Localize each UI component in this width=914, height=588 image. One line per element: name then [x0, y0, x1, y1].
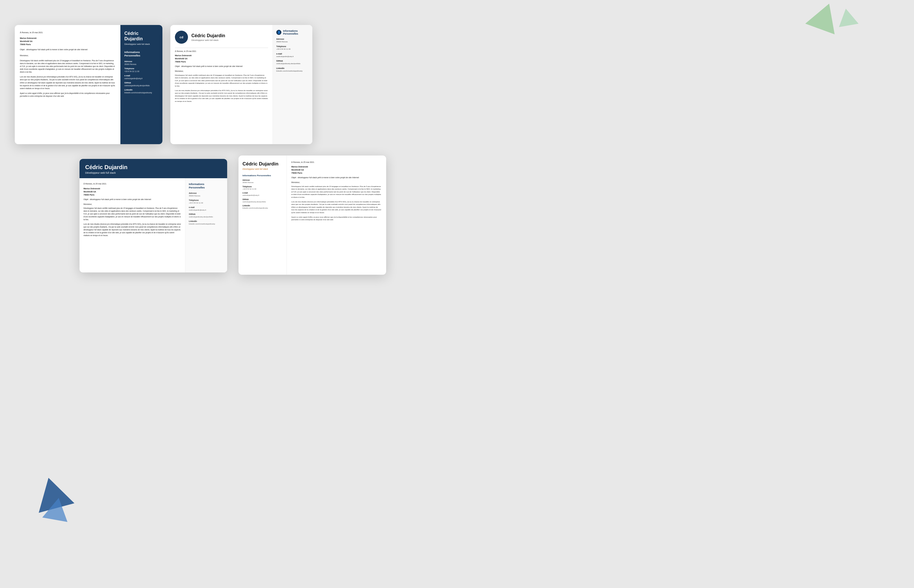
- address-label-3: Adresse: [189, 192, 224, 194]
- letter-recipient-4: Marius Dobranski WorkfloW SA 75000 Paris: [291, 165, 382, 175]
- letter-recipient-3: Marius Dobranski WorkfloW SA 75000 Paris: [84, 187, 181, 197]
- cv-name-4: Cédric Dujardin: [243, 161, 283, 167]
- email-label-2: e-mail: [276, 53, 309, 55]
- sidebar-telephone-label-1: Téléphone: [125, 68, 159, 69]
- email-value-4: cedricdujardin@zety.fr: [243, 194, 283, 196]
- right-col-3: InformationsPersonnelles Adresse 35000 R…: [185, 178, 227, 273]
- letter-para3-4: Ayant vu votre appel d'offre, je peux vo…: [291, 216, 382, 221]
- sidebar-linkedin-value-1: linkedin.com/in/cedricdujardinzety: [125, 91, 159, 94]
- letter-recipient-2: Marius Dobranski WorkfloW SA 75000 Paris: [175, 54, 268, 63]
- linkedin-value-4: linkedin.com/in/cedricdujardinzety: [243, 207, 283, 209]
- letter-salutation-4: Monsieur,: [291, 181, 382, 183]
- sidebar-linkedin-label-1: LinkedIn: [125, 89, 159, 91]
- telephone-value-3: +33 6 54 32 11 00: [189, 202, 224, 204]
- github-value-2: cedricdujardinzety.dev/portfolio: [276, 63, 309, 65]
- github-value-4: cedricdujardinzety.dev/portfolio: [243, 200, 283, 203]
- dark-header-3: Cédric Dujardin Développeur web full sta…: [79, 159, 227, 178]
- info-icon-2: 👤: [276, 30, 281, 35]
- cv-header-2: cd Cédric Dujardin Développeur web full …: [175, 31, 268, 44]
- email-label-3: e-mail: [189, 206, 224, 208]
- letter-para3-1: Ayant vu votre appel d'offre, je peux vo…: [20, 92, 115, 98]
- cv-title-2: Développeur web full stack: [191, 39, 225, 42]
- letter-subject-4: Objet : développeur full stack prêt à me…: [291, 176, 382, 179]
- letter-para2-3: Lors de mes études (licence pro informat…: [84, 223, 181, 237]
- cv-name-block-2: Cédric Dujardin Développeur web full sta…: [191, 33, 225, 42]
- cv-card-3: Cédric Dujardin Développeur web full sta…: [79, 159, 227, 273]
- email-value-2: cedricdujardin@zety.fr: [276, 55, 309, 58]
- linkedin-value-2: linkedin.com/in/cedricdujardinzety: [276, 70, 309, 73]
- linkedin-value-3: linkedin.com/in/cedricdujardinzety: [189, 223, 224, 225]
- sidebar-telephone-value-1: +33 6 54 32 11 00: [125, 70, 159, 73]
- cv-sidebar-1: Cédric Dujardin Développeur web full sta…: [120, 25, 162, 144]
- letter-para1-2: Développeur full stack certifié maîtrisa…: [175, 74, 268, 87]
- letter-subject-3: Objet : développeur full stack prêt à me…: [84, 199, 181, 200]
- sidebar-address-value-1: 35000 Rennes: [125, 63, 159, 66]
- sidebar-github-label-1: GitHub: [125, 82, 159, 84]
- address-value-3: 35000 Rennes: [189, 195, 224, 197]
- letter-salutation-2: Monsieur,: [175, 70, 268, 72]
- section-header-2: 👤 InformationsPersonnelles: [276, 29, 309, 35]
- letter-para1-4: Développeur full stack certifié maîtrisa…: [291, 185, 382, 199]
- cv-card-4: Cédric Dujardin Développeur web full sta…: [238, 155, 386, 275]
- letter-subject-1: Objet : développeur full stack prêt à me…: [20, 48, 115, 52]
- cv-title-3: Développeur web full stack: [85, 171, 222, 174]
- right-panel-4: À Rennes, le 25 mai 2021 Marius Dobransk…: [287, 155, 386, 275]
- sidebar-address-label-1: Adresse: [125, 60, 159, 63]
- letter-para1-3: Développeur full stack certifié maîtrisa…: [84, 207, 181, 221]
- github-label-2: GitHub: [276, 60, 309, 62]
- sidebar-section-title-1: InformationsPersonnelles: [125, 51, 159, 57]
- divider-2: [175, 48, 268, 48]
- letter-para2-4: Lors de mes études (licence pro informat…: [291, 200, 382, 214]
- linkedin-label-3: LinkedIn: [189, 220, 224, 222]
- letter-date-1: À Rennes, le 25 mai 2021: [20, 31, 115, 34]
- github-label-4: GitHub: [243, 199, 283, 200]
- avatar-2: cd: [175, 31, 188, 44]
- telephone-label-3: Téléphone: [189, 199, 224, 201]
- telephone-value-4: +33 6 54 32 11 00: [243, 188, 283, 190]
- sidebar-email-label-1: e-mail: [125, 74, 159, 77]
- left-col-3: À Rennes, le 25 mai 2021 Marius Dobransk…: [79, 178, 185, 273]
- letter-para2-1: Lors de mes études (licence pro informat…: [20, 76, 115, 90]
- cover-letter-card-1: À Rennes, le 25 mai 2021 Marius Dobransk…: [15, 25, 162, 144]
- telephone-value-2: +33 6 54 32 11 00: [276, 48, 309, 50]
- address-label-4: Adresse: [243, 179, 283, 181]
- section-title-2: InformationsPersonnelles: [283, 29, 298, 35]
- letter-salutation-3: Monsieur,: [84, 203, 181, 205]
- address-label-2: Adresse: [276, 38, 309, 40]
- section-title-3: InformationsPersonnelles: [189, 183, 224, 189]
- cv-card-2: cd Cédric Dujardin Développeur web full …: [170, 25, 312, 144]
- cv-name-2: Cédric Dujardin: [191, 33, 225, 38]
- address-value-2: 35000 Rennes: [276, 40, 309, 43]
- body-content-3: À Rennes, le 25 mai 2021 Marius Dobransk…: [79, 178, 227, 273]
- letter-recipient-1: Marius Dobranski WorkfloW SA 75000 Paris: [20, 37, 115, 46]
- section-title-4: Informations Personnelles: [243, 174, 283, 177]
- left-panel-4: Cédric Dujardin Développeur web full sta…: [238, 155, 287, 275]
- github-value-3: cedricdujardinzety.dev/portfolio: [189, 216, 224, 218]
- sidebar-email-value-1: cedricdujardin@zety.fr: [125, 77, 159, 80]
- email-label-4: e-mail: [243, 192, 283, 194]
- sidebar-title-1: Développeur web full stack: [125, 43, 159, 46]
- sidebar-name-1: Cédric Dujardin: [125, 31, 159, 42]
- letter-para1-1: Développeur full stack certifié maîtrisa…: [20, 59, 115, 73]
- email-value-3: cedricdujardin@zety.fr: [189, 209, 224, 212]
- letter-date-3: À Rennes, le 25 mai 2021: [84, 183, 181, 185]
- address-value-4: 35000 Rennes: [243, 181, 283, 184]
- decorative-triangle-green2: [836, 7, 858, 27]
- decorative-triangle-blue-light: [42, 496, 71, 522]
- telephone-label-4: Téléphone: [243, 186, 283, 187]
- linkedin-label-4: LinkedIn: [243, 205, 283, 207]
- letter-para2-2: Lors de mes études (licence pro informat…: [175, 89, 268, 103]
- sidebar-github-value-1: cedricdujardinzety.dev/portfolio: [125, 84, 159, 87]
- cv-main-content-2: cd Cédric Dujardin Développeur web full …: [170, 25, 273, 144]
- letter-body-1: À Rennes, le 25 mai 2021 Marius Dobransk…: [15, 25, 120, 144]
- github-label-3: GitHub: [189, 213, 224, 215]
- cv-right-sidebar-2: 👤 InformationsPersonnelles Adresse 35000…: [273, 25, 312, 144]
- letter-date-2: À Rennes, le 25 mai 2021: [175, 50, 268, 52]
- linkedin-label-2: LinkedIn: [276, 67, 309, 69]
- letter-subject-2: Objet : développeur full stack prêt à me…: [175, 65, 268, 67]
- cv-title-4: Développeur web full stack: [243, 168, 283, 170]
- cv-name-3: Cédric Dujardin: [85, 164, 222, 171]
- letter-date-4: À Rennes, le 25 mai 2021: [291, 161, 382, 163]
- letter-salutation-1: Monsieur,: [20, 54, 115, 57]
- telephone-label-2: Téléphone: [276, 45, 309, 47]
